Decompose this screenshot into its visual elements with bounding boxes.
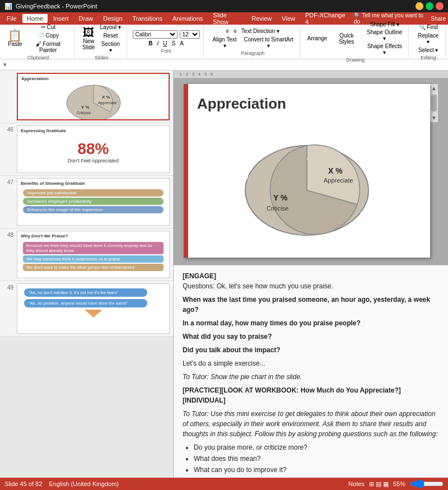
notes-q2: In a normal day, how many times do you p… <box>183 318 439 328</box>
quick-styles-button[interactable]: Quick Styles <box>330 32 363 45</box>
bold-button[interactable]: B <box>147 40 154 47</box>
layout-button[interactable]: Layout ▾ <box>98 24 123 31</box>
arrange-button[interactable]: Arrange <box>306 35 329 42</box>
y-percent-label: Y % <box>273 193 288 202</box>
slide-thumb-content-49: "Ah, no don't mention it, it's not me it… <box>17 284 169 319</box>
copy-button[interactable]: 📄 Copy <box>26 32 71 39</box>
slide-item-45[interactable]: Appreciation X % Appreciate Y % Criticis… <box>0 71 173 123</box>
slide-thumb-49: "Ah, no don't mention it, it's not me it… <box>17 283 170 334</box>
tab-draw[interactable]: Draw <box>74 14 98 23</box>
maximize-button[interactable] <box>426 2 433 10</box>
slide-item-46[interactable]: 46 Expressing Gratitude 88% Don't Feel A… <box>0 123 173 176</box>
slide-panel[interactable]: Appreciation X % Appreciate Y % Criticis… <box>0 71 174 478</box>
slide-thumb-content-47: Improves job satisfaction Increases empl… <box>17 187 169 216</box>
slides-group: 🖼 NewSlide Layout ▾ Reset Section ▾ Slid… <box>77 26 127 58</box>
notes-engage: [ENGAGE] Questions: Ok, let's see how mu… <box>183 271 439 291</box>
notes-area[interactable]: [ENGAGE] Questions: Ok, let's see how mu… <box>174 265 448 478</box>
scroll-up-arrow[interactable]: ▲ <box>430 84 438 92</box>
svg-text:Criticise: Criticise <box>77 111 91 115</box>
align-center-button[interactable]: ≡ <box>232 27 239 35</box>
speech-bubble-2: "Ah, no problem, anyone would have done … <box>24 299 147 307</box>
slide-canvas[interactable]: Appreciation <box>184 84 430 258</box>
notes-status-label[interactable]: Notes <box>348 480 365 487</box>
tab-review[interactable]: Review <box>247 14 276 23</box>
appreciate-label: Appreciate <box>324 177 353 184</box>
scroll-down-arrow[interactable]: ▼ <box>430 114 438 122</box>
slide-item-47[interactable]: 47 Benefits of Showing Gratitude Improve… <box>0 176 173 228</box>
tab-home[interactable]: Home <box>22 14 48 23</box>
tab-insert[interactable]: Insert <box>49 14 73 23</box>
font-group: Calibri 12 B I U S A Font <box>129 26 204 58</box>
benefit-tag-3: Enhances the image of the supervisor <box>23 206 164 213</box>
align-left-button[interactable]: ≡ <box>224 27 231 35</box>
engage-tag: [ENGAGE] <box>183 272 216 280</box>
praise-tag-3: We don't want to make the other person f… <box>23 264 164 271</box>
criticise-label: Criticise <box>267 205 288 212</box>
tab-transitions[interactable]: Transitions <box>128 14 167 23</box>
scroll-thumb[interactable] <box>431 95 437 111</box>
ruler: · 1 · 2 · 3 · 4 · 5 · 6 <box>174 71 448 78</box>
format-painter-button[interactable]: 🖌 Format Painter <box>26 40 71 54</box>
new-slide-button[interactable]: 🖼 NewSlide <box>80 26 97 52</box>
shape-fill-button[interactable]: Shape Fill ▾ <box>364 21 405 28</box>
title-bar-left: 📊 GivingFeedback - PowerPoint <box>4 3 97 10</box>
tab-view[interactable]: View <box>277 14 300 23</box>
shape-effects-button[interactable]: Shape Effects ▾ <box>364 43 405 56</box>
vertical-scrollbar[interactable]: ▲ ▼ <box>430 84 438 122</box>
notes-practice: [PRACTICE][LOOK AT WORKBOOK: How Much do… <box>183 385 439 405</box>
close-button[interactable] <box>436 2 444 10</box>
paste-button[interactable]: 📋 Paste <box>6 29 25 48</box>
replace-button[interactable]: Replace ▾ <box>414 32 442 45</box>
main-area: Appreciation X % Appreciate Y % Criticis… <box>0 71 448 478</box>
shape-outline-button[interactable]: Shape Outline ▾ <box>364 29 405 42</box>
find-button[interactable]: 🔍 Find <box>414 24 442 31</box>
underline-button[interactable]: U <box>161 40 169 47</box>
benefit-tag-1: Improves job satisfaction <box>23 189 164 197</box>
svg-text:X %: X % <box>102 95 110 100</box>
status-bar: Slide 45 of 82 English (United Kingdom) … <box>0 478 448 490</box>
tab-file[interactable]: File <box>2 14 21 23</box>
pie-chart-main: X % Appreciate Y % Criticise <box>228 118 385 242</box>
language-info: English (United Kingdom) <box>49 480 119 487</box>
notes-q1: When was the last time you praised someo… <box>183 295 439 315</box>
font-family-select[interactable]: Calibri <box>133 30 178 39</box>
editing-group: 🔍 Find Replace ▾ Select ▾ Editing <box>411 26 446 58</box>
editing-label: Editing <box>421 55 436 60</box>
italic-button[interactable]: I <box>156 40 161 47</box>
slide-main-title: Appreciation <box>197 95 286 113</box>
font-label: Font <box>161 48 171 54</box>
tab-animations[interactable]: Animations <box>168 14 207 23</box>
font-size-select[interactable]: 12 <box>180 30 200 39</box>
gratitude-percent: 88% <box>17 140 169 158</box>
slide-item-48[interactable]: 48 Why Don't We Praise? Because we think… <box>0 228 173 281</box>
minimize-button[interactable] <box>416 2 423 10</box>
share-button[interactable]: Share <box>431 16 446 22</box>
font-color-button[interactable]: A <box>178 40 185 47</box>
text-direction-button[interactable]: Text Direction ▾ <box>240 27 281 35</box>
zoom-slider[interactable] <box>410 481 444 487</box>
strikethrough-button[interactable]: S <box>170 40 178 47</box>
select-button[interactable]: Select ▾ <box>414 46 442 54</box>
cut-button[interactable]: ✂ Cut <box>26 24 71 31</box>
arrow-down-icon <box>85 310 102 318</box>
to-tutor2-text: To Tutor: Use this mini exercise to get … <box>183 410 438 438</box>
drawing-label: Drawing <box>346 57 365 63</box>
slide-num-48: 48 <box>3 231 13 278</box>
tab-slideshow[interactable]: Slide Show <box>208 11 246 26</box>
pie-chart-small-45: X % Appreciate Y % Criticise <box>60 80 127 120</box>
notes-q4: Did you talk about the impact? <box>183 345 439 355</box>
reset-button[interactable]: Reset <box>98 32 123 39</box>
smartart-button[interactable]: Convert to SmartArt ▾ <box>241 36 296 49</box>
notes-to-tutor1: To Tutor: Show the pie chart in the slid… <box>183 372 439 382</box>
zoom-level: 55% <box>393 480 405 487</box>
x-percent-label: X % <box>328 166 343 175</box>
section-button[interactable]: Section ▾ <box>98 40 123 54</box>
tab-design[interactable]: Design <box>99 14 127 23</box>
slide-thumb-45: Appreciation X % Appreciate Y % Criticis… <box>17 73 170 120</box>
align-text-button[interactable]: Align Text ▾ <box>209 36 240 49</box>
title-bar-text: GivingFeedback - PowerPoint <box>16 3 97 10</box>
q4-text: Did you talk about the impact? <box>183 346 281 354</box>
slide-item-49[interactable]: 49 "Ah, no don't mention it, it's not me… <box>0 281 173 337</box>
bullet-1: Do you praise more, or criticize more? <box>194 442 439 452</box>
slide-num-46: 46 <box>3 125 13 173</box>
